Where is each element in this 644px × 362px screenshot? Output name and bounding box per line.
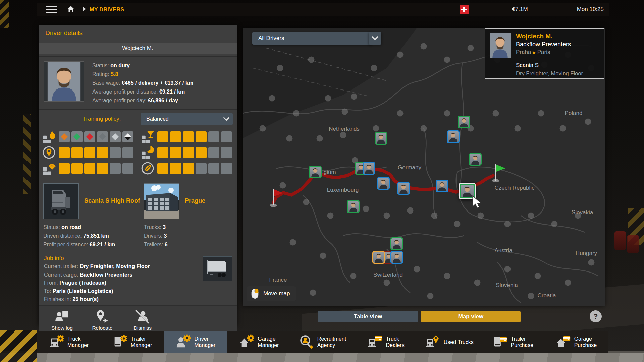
truck-name[interactable]: Scania S High Roof (84, 197, 140, 205)
stat-line: Average profit per day: €6,896 / day (92, 96, 193, 105)
skill-point-empty (221, 147, 232, 158)
skill-point-filled (71, 163, 83, 174)
driver-map-avatar[interactable] (309, 166, 322, 178)
switzerland-flag-icon (460, 5, 469, 14)
driver-manager-icon (175, 334, 191, 350)
recruitment-agency-icon (299, 334, 314, 350)
driver-map-avatar[interactable] (458, 116, 470, 128)
toolbar-item-trailer-manager[interactable]: TrailerManager (100, 331, 164, 353)
skill-point-filled (71, 147, 83, 158)
skill-level-bar[interactable] (157, 147, 232, 158)
relocate-button[interactable]: Relocate (86, 309, 118, 331)
adr-diamond (86, 133, 93, 140)
help-button[interactable]: ? (590, 310, 602, 322)
stat-label: Current cargo: (44, 272, 80, 278)
stat-label: To: (44, 288, 53, 294)
card-driver-portrait (490, 33, 511, 58)
skill-point-empty (196, 163, 207, 174)
skill-point-empty (110, 147, 121, 158)
skill-long-distance (42, 145, 135, 160)
toolbar-item-used-trucks[interactable]: Used Trucks (418, 331, 481, 353)
chevron-down-icon (223, 116, 230, 124)
skill-point-empty (221, 163, 232, 174)
stat-label: Current trailer: (44, 263, 80, 269)
garage-image[interactable] (144, 183, 179, 219)
divider (39, 41, 237, 41)
toolbar-item-driver-manager[interactable]: DriverManager (164, 331, 227, 353)
truck-stat-list: Status: on roadDriven distance: 75,851 k… (43, 223, 144, 249)
driver-filter-dropdown[interactable]: All Drivers (252, 32, 372, 45)
avatar-photo (310, 167, 321, 177)
driver-map-avatar[interactable] (377, 177, 390, 190)
skill-eco-driving (141, 161, 234, 175)
truck-manager-icon (49, 334, 64, 350)
driver-map-avatar[interactable] (363, 162, 375, 175)
training-policy-dropdown[interactable]: Balanced (141, 113, 233, 125)
country-label-croatia: Croatia (538, 292, 556, 299)
garage-stat-list: Trucks: 3Drivers: 3Trailers: 6 (144, 223, 232, 249)
driver-map-avatar-selected[interactable] (459, 183, 476, 199)
country-label-austria: Austria (495, 247, 513, 254)
country-label-poland: Poland (565, 110, 583, 117)
stat-value: €465 / delivery + €13.37 / km (122, 80, 193, 86)
toolbar-item-garage-purchase[interactable]: GaragePurchase (544, 331, 608, 353)
skill-level-bar[interactable] (59, 147, 133, 158)
avatar-photo (348, 201, 359, 212)
show-log-button[interactable]: Show log (46, 309, 78, 331)
adr-class-1 (59, 131, 70, 142)
country-label-luxembourg: Luxembourg (327, 187, 359, 193)
driver-map-avatar[interactable] (390, 237, 403, 250)
toolbar-item-garage-manager[interactable]: GarageManager (227, 331, 290, 353)
driver-map-avatar[interactable] (372, 251, 385, 264)
driver-map-avatar[interactable] (469, 153, 482, 166)
card-driver-name: Wojciech M. (516, 32, 583, 40)
adr-class-6 (122, 131, 133, 142)
toolbar-item-truck-manager[interactable]: TruckManager (37, 331, 100, 353)
truck-image[interactable] (43, 183, 79, 219)
truck-column: Scania S High Roof Status: on roadDriven… (43, 183, 144, 249)
skill-point-filled (97, 163, 108, 174)
skill-point-filled (84, 163, 95, 174)
home-icon[interactable] (66, 5, 75, 14)
skill-level-bar[interactable] (59, 131, 133, 142)
dismiss-button[interactable]: Dismiss (126, 309, 159, 331)
driver-stat-list: Status: on dutyRating: 5.8Base wage: €46… (92, 61, 193, 105)
driver-map-avatar[interactable] (447, 130, 460, 143)
toolbar-item-truck-dealers[interactable]: TruckDealers (354, 331, 418, 353)
country-label-hungary: Hungary (576, 250, 597, 257)
skill-level-bar[interactable] (59, 163, 133, 174)
skill-fragile-cargo (141, 130, 234, 144)
stat-line: Status: on duty (92, 61, 193, 70)
map-view-button[interactable]: Map view (421, 311, 521, 322)
garage-name[interactable]: Prague (185, 197, 205, 205)
driver-map-avatar[interactable] (375, 132, 387, 145)
skill-point-empty (208, 147, 219, 158)
toolbar-item-trailer-purchase[interactable]: TrailerPurchase (481, 331, 544, 353)
stat-label: Average profit per day: (92, 98, 148, 103)
toolbar-item-recruitment-agency[interactable]: RecruitmentAgency (290, 331, 354, 353)
stat-value: on road (61, 224, 81, 230)
skill-level-bar[interactable] (157, 131, 232, 142)
move-map-button[interactable]: Move map (247, 286, 296, 301)
red-barrel (627, 235, 639, 253)
driver-filter-chevron[interactable] (369, 32, 381, 45)
stat-label: Trucks: (144, 224, 163, 230)
vehicle-garage-section: Scania S High Roof Status: on roadDriven… (39, 179, 237, 252)
driver-map-avatar[interactable] (347, 200, 360, 213)
high-value-icon (42, 161, 56, 175)
driver-map-avatar[interactable] (390, 251, 403, 264)
hazard-stripes-top-left (0, 0, 9, 28)
driver-map-avatar[interactable] (436, 180, 448, 192)
adr-diamond (61, 133, 68, 140)
stat-value: Paris (Lisette Logistics) (53, 288, 113, 294)
skill-level-bar[interactable] (157, 163, 232, 174)
menu-icon[interactable] (46, 6, 57, 13)
adr-class-5 (110, 131, 121, 142)
table-view-button[interactable]: Table view (318, 311, 418, 322)
adr-icon (42, 130, 56, 144)
drivers-map[interactable]: NetherlandsPolandGermanyBelgiumLuxembour… (243, 28, 605, 306)
avatar-photo (364, 163, 374, 174)
stat-label: Finishes in: (44, 296, 72, 302)
driver-map-avatar[interactable] (397, 182, 410, 195)
card-cargo: Backflow Preventers (516, 40, 583, 48)
